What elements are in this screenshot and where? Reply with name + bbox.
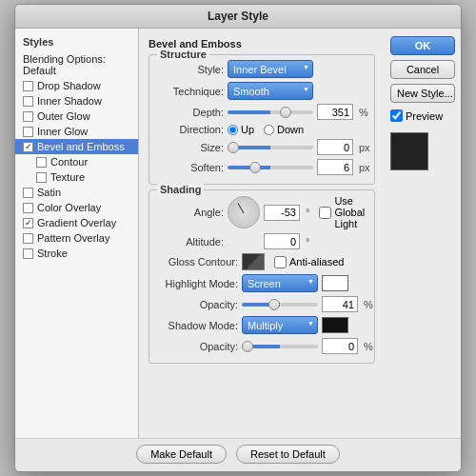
stroke-checkbox[interactable] (23, 248, 33, 259)
layer-style-dialog: Layer Style Styles Blending Options: Def… (14, 4, 462, 472)
gradient-overlay-checkbox[interactable] (23, 218, 33, 228)
soften-label: Soften: (157, 162, 224, 173)
sidebar-item-stroke[interactable]: Stroke (15, 246, 138, 261)
highlight-opacity-slider[interactable] (242, 303, 318, 307)
style-select-wrapper: Inner Bevel (228, 60, 313, 78)
pattern-overlay-checkbox[interactable] (23, 233, 33, 244)
dialog-body: Styles Blending Options: Default Drop Sh… (15, 29, 461, 438)
sidebar-item-texture[interactable]: Texture (15, 169, 138, 185)
shading-section: Shading Angle: ° Use Global Light (149, 189, 375, 364)
shadow-mode-label: Shadow Mode: (157, 320, 238, 331)
cancel-button[interactable]: Cancel (390, 60, 455, 79)
technique-label: Technique: (157, 86, 224, 97)
sidebar-item-satin[interactable]: Satin (15, 185, 138, 200)
gloss-contour-swatch[interactable] (242, 253, 265, 270)
inner-glow-checkbox[interactable] (23, 127, 33, 137)
preview-label: Preview (406, 110, 443, 122)
soften-row: Soften: px (157, 159, 367, 175)
soften-slider[interactable] (228, 166, 313, 169)
direction-row: Direction: Up Down (157, 124, 367, 135)
sidebar-item-color-overlay[interactable]: Color Overlay (15, 200, 138, 215)
highlight-opacity-input[interactable] (322, 296, 358, 312)
sidebar-item-label: Inner Glow (37, 126, 88, 137)
inner-shadow-checkbox[interactable] (23, 96, 33, 107)
sidebar-item-blending-options[interactable]: Blending Options: Default (15, 51, 138, 78)
sidebar-item-bevel-emboss[interactable]: Bevel and Emboss (15, 139, 138, 154)
preview-swatch (390, 132, 428, 170)
sidebar-item-label: Color Overlay (37, 202, 101, 213)
angle-input[interactable] (264, 205, 300, 221)
technique-select[interactable]: Smooth (228, 82, 313, 100)
sidebar: Styles Blending Options: Default Drop Sh… (15, 29, 139, 438)
preview-checkbox[interactable] (390, 109, 403, 122)
sidebar-item-label: Outer Glow (37, 110, 90, 122)
depth-slider[interactable] (228, 110, 313, 114)
outer-glow-checkbox[interactable] (23, 111, 33, 122)
drop-shadow-checkbox[interactable] (23, 81, 33, 91)
size-row: Size: px (157, 139, 367, 155)
gloss-contour-label: Gloss Contour: (157, 256, 238, 268)
global-light-checkbox[interactable] (319, 207, 331, 219)
altitude-input[interactable] (264, 233, 300, 249)
size-input[interactable] (317, 139, 353, 155)
technique-select-wrapper: Smooth (228, 82, 313, 100)
direction-up-label: Up (241, 124, 254, 135)
direction-down-label: Down (277, 124, 304, 135)
soften-input[interactable] (317, 159, 353, 175)
shadow-mode-wrapper: Multiply (242, 316, 318, 334)
preview-option[interactable]: Preview (390, 109, 455, 122)
anti-aliased-option[interactable]: Anti-aliased (274, 256, 344, 268)
direction-down-option[interactable]: Down (264, 124, 304, 135)
contour-checkbox[interactable] (36, 157, 47, 168)
anti-aliased-checkbox[interactable] (274, 256, 287, 268)
sidebar-item-inner-glow[interactable]: Inner Glow (15, 124, 138, 139)
size-label: Size: (157, 142, 224, 153)
anti-aliased-label: Anti-aliased (289, 256, 344, 268)
shadow-color-swatch[interactable] (322, 317, 348, 333)
texture-checkbox[interactable] (36, 172, 47, 183)
depth-input[interactable] (317, 104, 353, 120)
highlight-opacity-label: Opacity: (157, 299, 238, 310)
sidebar-item-label: Pattern Overlay (37, 232, 109, 244)
sidebar-item-drop-shadow[interactable]: Drop Shadow (15, 78, 138, 93)
satin-checkbox[interactable] (23, 188, 33, 198)
direction-up-radio[interactable] (228, 125, 238, 135)
sidebar-item-pattern-overlay[interactable]: Pattern Overlay (15, 230, 138, 246)
shadow-mode-select[interactable]: Multiply (242, 316, 318, 334)
angle-label: Angle: (157, 207, 224, 218)
shadow-opacity-input[interactable] (322, 338, 358, 354)
shadow-mode-row: Shadow Mode: Multiply (157, 316, 367, 334)
highlight-color-swatch[interactable] (322, 275, 348, 291)
highlight-opacity-unit: % (364, 299, 373, 310)
direction-down-radio[interactable] (264, 125, 274, 135)
sidebar-item-label: Gradient Overlay (37, 217, 116, 228)
sidebar-item-outer-glow[interactable]: Outer Glow (15, 109, 138, 124)
shadow-opacity-row: Opacity: % (157, 338, 367, 354)
size-slider[interactable] (228, 146, 313, 149)
direction-up-option[interactable]: Up (228, 124, 254, 135)
bevel-emboss-checkbox[interactable] (23, 142, 33, 152)
sidebar-item-label: Drop Shadow (37, 80, 101, 91)
sidebar-item-gradient-overlay[interactable]: Gradient Overlay (15, 215, 138, 230)
ok-button[interactable]: OK (390, 36, 455, 55)
shadow-opacity-slider[interactable] (242, 345, 318, 348)
sidebar-item-inner-shadow[interactable]: Inner Shadow (15, 93, 138, 109)
soften-unit: px (359, 162, 370, 173)
highlight-mode-select[interactable]: Screen (242, 274, 318, 292)
highlight-mode-wrapper: Screen (242, 274, 318, 292)
highlight-opacity-row: Opacity: % (157, 296, 367, 312)
reset-button[interactable]: Reset to Default (236, 445, 340, 464)
highlight-mode-row: Highlight Mode: Screen (157, 274, 367, 292)
structure-title: Structure (157, 49, 209, 60)
color-overlay-checkbox[interactable] (23, 203, 33, 213)
sidebar-item-label: Texture (50, 171, 85, 183)
new-style-button[interactable]: New Style... (390, 84, 455, 103)
shadow-opacity-unit: % (364, 341, 373, 352)
angle-circle[interactable] (228, 196, 260, 228)
sidebar-item-contour[interactable]: Contour (15, 154, 138, 169)
make-default-button[interactable]: Make Default (136, 445, 227, 464)
style-select[interactable]: Inner Bevel (228, 60, 313, 78)
dialog-title: Layer Style (208, 10, 268, 23)
sidebar-item-label: Satin (37, 187, 61, 198)
global-light-option[interactable]: Use Global Light (319, 195, 367, 229)
